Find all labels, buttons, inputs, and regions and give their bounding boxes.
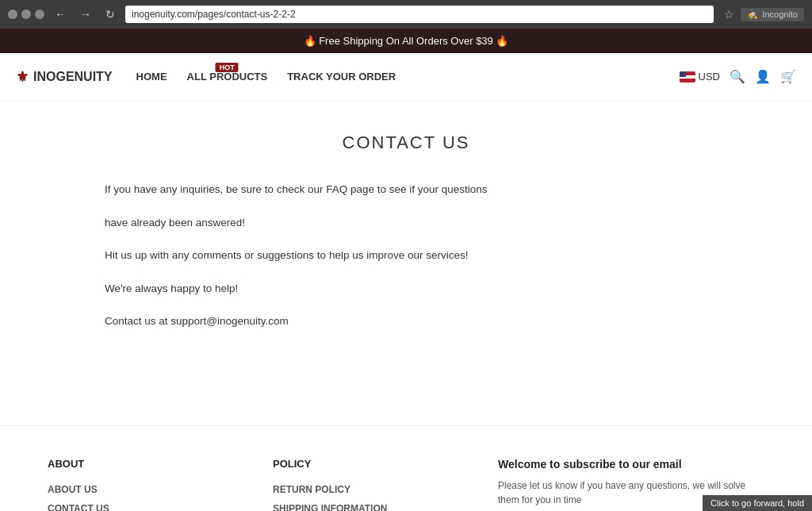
us-flag-icon <box>680 71 695 83</box>
nav-all-products[interactable]: HOT ALL PRODUCTS <box>187 71 268 83</box>
tooltip-text: Click to go forward, hold <box>710 498 804 508</box>
promo-banner: 🔥 Free Shipping On All Orders Over $39 🔥 <box>0 29 812 53</box>
logo-icon: ⚜ <box>16 68 29 86</box>
user-icon[interactable]: 👤 <box>755 69 771 84</box>
subscribe-title: Welcome to subscribe to our email <box>498 458 764 471</box>
browser-dot-1 <box>8 10 17 19</box>
browser-chrome: ← → ↻ inogenuity.com/pages/contact-us-2-… <box>0 0 812 29</box>
nav-track-order[interactable]: TRACK YOUR ORDER <box>287 71 396 83</box>
browser-forward-button[interactable]: → <box>76 6 95 22</box>
browser-address-bar[interactable]: inogenuity.com/pages/contact-us-2-2-2 <box>125 6 714 23</box>
browser-bookmark-icon[interactable]: ☆ <box>724 8 734 21</box>
footer-about-heading: ABOUT <box>48 458 225 470</box>
header-right: USD 🔍 👤 🛒 <box>680 69 796 84</box>
nav-home[interactable]: HOME <box>136 71 167 83</box>
cart-icon[interactable]: 🛒 <box>780 69 796 84</box>
tooltip-bar: Click to go forward, hold <box>703 495 812 511</box>
footer: ABOUT ABOUT US CONTACT US TRACK YOUR ORD… <box>0 425 812 511</box>
footer-about-us-link[interactable]: ABOUT US <box>48 484 225 495</box>
browser-refresh-button[interactable]: ↻ <box>102 6 119 22</box>
header: ⚜ INOGENUITY HOME HOT ALL PRODUCTS TRACK… <box>0 53 812 101</box>
search-icon[interactable]: 🔍 <box>730 69 745 84</box>
content-block-1: If you have any inquiries, be sure to ch… <box>105 181 707 198</box>
browser-dots <box>8 10 44 19</box>
footer-contact-us-link[interactable]: CONTACT US <box>48 503 225 511</box>
page-title: CONTACT US <box>105 133 707 153</box>
browser-back-button[interactable]: ← <box>51 6 70 22</box>
logo-text: INOGENUITY <box>33 70 113 84</box>
footer-about-col: ABOUT ABOUT US CONTACT US TRACK YOUR ORD… <box>48 458 225 511</box>
nav: HOME HOT ALL PRODUCTS TRACK YOUR ORDER <box>136 71 680 83</box>
main-content: CONTACT US If you have any inquiries, be… <box>89 101 723 378</box>
content-block-5: Contact us at support@inogenuity.com <box>105 313 707 330</box>
content-block-4: We're always happy to help! <box>105 280 707 298</box>
content-block-3: Hit us up with any comments or suggestio… <box>105 247 707 264</box>
currency-label: USD <box>699 71 720 83</box>
browser-dot-3 <box>35 10 44 19</box>
logo[interactable]: ⚜ INOGENUITY <box>16 68 113 86</box>
content-block-2: have already been answered! <box>105 214 707 232</box>
browser-url: inogenuity.com/pages/contact-us-2-2-2 <box>132 9 296 20</box>
currency-selector[interactable]: USD <box>680 71 720 83</box>
hot-badge: HOT <box>216 63 239 72</box>
browser-dot-2 <box>21 10 31 19</box>
footer-return-policy-link[interactable]: RETURN POLICY <box>273 484 450 495</box>
footer-shipping-info-link[interactable]: SHIPPING INFORMATION <box>273 503 450 511</box>
browser-incognito-indicator: 🕵 Incognito <box>741 8 804 21</box>
promo-text: 🔥 Free Shipping On All Orders Over $39 🔥 <box>304 35 509 47</box>
footer-policy-col: POLICY RETURN POLICY SHIPPING INFORMATIO… <box>273 458 450 511</box>
footer-policy-heading: POLICY <box>273 458 450 470</box>
